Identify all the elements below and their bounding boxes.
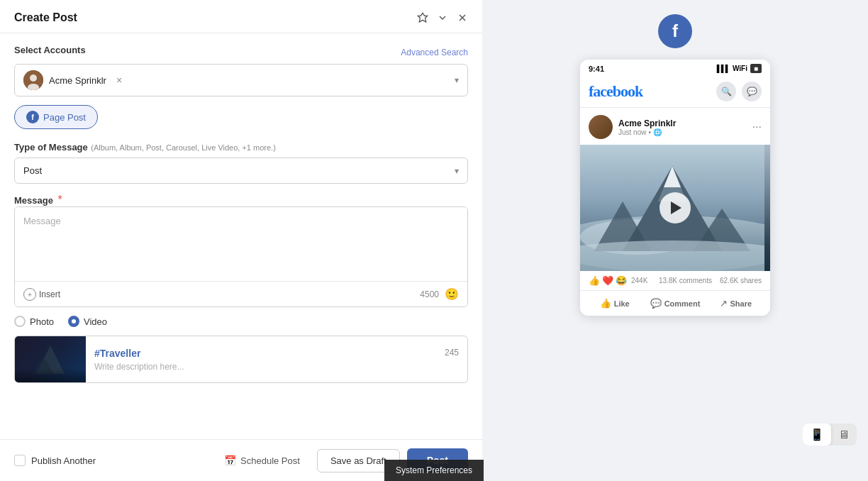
fb-post-card: Acme Sprinklr Just now • 🌐 ···: [580, 108, 770, 316]
emoji-button[interactable]: 🙂: [445, 287, 459, 301]
message-count-emoji: 4500 🙂: [420, 287, 459, 301]
publish-another-section: Publish Another: [14, 455, 96, 466]
account-name: Acme Sprinklr: [49, 75, 106, 86]
type-dropdown-arrow: ▾: [455, 166, 459, 176]
calendar-icon: 📅: [224, 455, 236, 466]
like-action-button[interactable]: 👍 Like: [584, 294, 645, 313]
video-radio-btn[interactable]: [68, 316, 79, 327]
mountain-svg: [29, 342, 72, 377]
message-input[interactable]: [15, 207, 467, 278]
select-accounts-label: Select Accounts: [14, 45, 86, 55]
insert-icon: +: [23, 288, 36, 301]
system-preferences-label: System Preferences: [396, 465, 472, 475]
account-selector[interactable]: Acme Sprinklr × ▾: [14, 64, 468, 96]
modal-header: Create Post: [0, 0, 482, 33]
video-card-body: #Traveller 245 Write description here...: [86, 341, 467, 379]
phone-mockup: 9:41 ▌▌▌ WiFi ■ facebook 🔍 💬: [580, 60, 770, 316]
video-radio-option[interactable]: Video: [68, 316, 107, 327]
select-accounts-header: Select Accounts Advanced Search: [14, 45, 468, 60]
post-more-options[interactable]: ···: [752, 121, 762, 133]
photo-radio-option[interactable]: Photo: [14, 316, 54, 327]
system-preferences-tooltip: System Preferences: [384, 460, 484, 481]
type-of-message-sublabel: (Album, Album, Post, Carousel, Live Vide…: [91, 143, 276, 152]
schedule-post-label: Schedule Post: [240, 455, 300, 466]
video-thumbnail: [15, 336, 86, 382]
post-time: Just now: [618, 128, 646, 136]
modal-header-icons: [417, 12, 468, 23]
fb-app-header: facebook 🔍 💬: [580, 76, 770, 108]
avatar: [23, 70, 43, 90]
status-icons: ▌▌▌ WiFi ■: [717, 64, 762, 73]
type-of-message-label-row: Type of Message (Album, Album, Post, Car…: [14, 140, 468, 153]
facebook-logo: facebook: [589, 82, 642, 101]
post-meta: Just now • 🌐: [618, 128, 747, 136]
message-section: Message * + Insert 4500 🙂: [14, 194, 468, 307]
char-count: 4500: [420, 289, 439, 299]
comments-count: 13.8K comments: [659, 277, 712, 284]
insert-label: Insert: [39, 289, 60, 299]
post-author-info: Acme Sprinklr Just now • 🌐: [618, 118, 747, 136]
svg-point-15: [580, 240, 764, 271]
close-icon[interactable]: [457, 12, 468, 23]
like-action-label: Like: [614, 299, 630, 308]
pin-icon[interactable]: [417, 12, 428, 23]
dot-separator: •: [648, 128, 651, 136]
video-hashtag: #Traveller: [94, 348, 140, 359]
post-stats: 👍 ❤️ 😂 244K 13.8K comments 62.6K shares: [580, 271, 770, 291]
desktop-icon: 🖥: [838, 429, 850, 441]
play-triangle: [671, 201, 681, 214]
type-of-message-section: Type of Message (Album, Album, Post, Car…: [14, 140, 468, 184]
mobile-icon: 📱: [810, 429, 824, 441]
play-button[interactable]: [660, 192, 691, 223]
message-textarea-container: + Insert 4500 🙂: [14, 206, 468, 307]
photo-radio-btn[interactable]: [14, 316, 26, 327]
modal-title: Create Post: [14, 11, 77, 24]
svg-point-3: [30, 74, 37, 82]
comment-action-button[interactable]: 💬 Comment: [645, 294, 705, 313]
post-author-avatar: [589, 115, 613, 139]
page-post-button[interactable]: f Page Post: [14, 105, 98, 129]
message-required-indicator: *: [57, 194, 62, 206]
status-time: 9:41: [589, 65, 604, 73]
type-select-value: Post: [23, 165, 42, 176]
haha-emoji: 😂: [616, 275, 627, 286]
create-post-modal: Create Post: [0, 0, 482, 481]
media-type-section: Photo Video: [14, 316, 468, 327]
battery-icon: ■: [750, 64, 762, 73]
svg-marker-5: [36, 345, 65, 374]
type-of-message-label: Type of Message: [14, 142, 88, 153]
messenger-icon[interactable]: 💬: [742, 82, 762, 101]
account-remove-btn[interactable]: ×: [116, 74, 122, 86]
search-icon[interactable]: 🔍: [716, 82, 736, 101]
publish-another-checkbox[interactable]: [14, 455, 26, 466]
facebook-preview-icon: f: [658, 14, 692, 48]
chevron-down-icon[interactable]: [437, 12, 448, 23]
preview-panel: f 9:41 ▌▌▌ WiFi ■ facebook 🔍 💬: [482, 0, 868, 481]
wifi-icon: WiFi: [733, 65, 747, 72]
video-card-header: #Traveller 245: [94, 348, 459, 359]
desktop-view-button[interactable]: 🖥: [831, 424, 857, 446]
love-emoji: ❤️: [602, 275, 613, 286]
publish-another-label: Publish Another: [31, 455, 96, 466]
comment-icon: 💬: [650, 298, 662, 309]
modal-body: Select Accounts Advanced Search Acme Spr…: [0, 33, 482, 439]
schedule-post-button[interactable]: 📅 Schedule Post: [214, 449, 310, 472]
like-icon: 👍: [600, 298, 611, 309]
post-author-name: Acme Sprinklr: [618, 118, 747, 128]
video-radio-label: Video: [84, 316, 107, 327]
share-action-button[interactable]: ↗ Share: [706, 294, 766, 313]
video-card-count: 245: [445, 348, 459, 358]
like-emoji: 👍: [589, 275, 600, 286]
post-type-buttons: f Page Post: [14, 105, 468, 129]
signal-icon: ▌▌▌: [717, 65, 730, 72]
advanced-search-link[interactable]: Advanced Search: [401, 48, 468, 57]
globe-icon: 🌐: [653, 128, 662, 136]
insert-button[interactable]: + Insert: [23, 288, 60, 301]
mobile-view-button[interactable]: 📱: [803, 424, 831, 446]
type-select-dropdown[interactable]: Post ▾: [14, 157, 468, 184]
shares-count: 62.6K shares: [720, 277, 762, 284]
account-chip: Acme Sprinklr ×: [23, 70, 122, 90]
post-image: [580, 145, 770, 271]
post-card-header: Acme Sprinklr Just now • 🌐 ···: [580, 108, 770, 145]
page-post-label: Page Post: [43, 112, 86, 123]
